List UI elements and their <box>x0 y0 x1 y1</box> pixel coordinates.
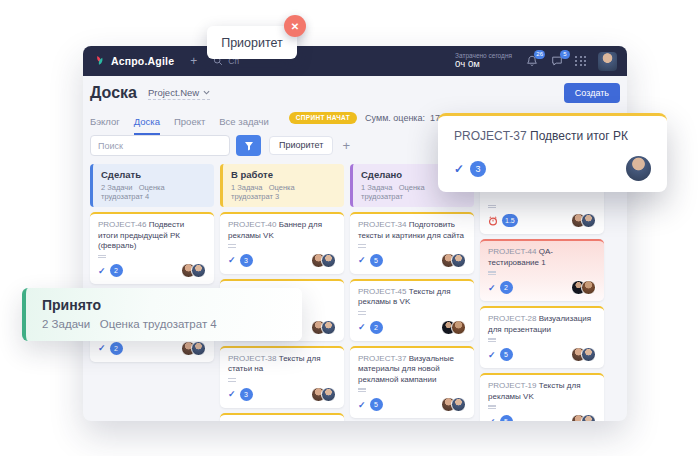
task-card[interactable]: PROJECT-40 Баннер для рекламы VK✓3 <box>220 212 344 274</box>
messages-button[interactable]: 5 <box>550 54 564 68</box>
description-lines-icon <box>488 205 596 209</box>
task-card-title: PROJECT-38 Тексты для статьи на <box>228 354 336 375</box>
estimate-badge: 5 <box>500 415 513 421</box>
avatar <box>581 347 596 362</box>
assignee-avatars <box>571 347 596 362</box>
description-lines-icon <box>358 388 466 392</box>
accepted-column-overlay: Принято 2 Задачи Оценка трудозатрат 4 <box>22 288 302 341</box>
assignee-avatars <box>441 397 466 412</box>
tab-бэклог[interactable]: Бэклог <box>90 116 120 135</box>
popup-task-text: Подвести итог РК <box>530 129 628 143</box>
user-avatar[interactable] <box>598 52 617 71</box>
tab-проект[interactable]: Проект <box>174 116 205 135</box>
filter-button[interactable] <box>236 135 261 156</box>
task-card-title: PROJECT-44 QA-тестирование 1 <box>488 247 596 268</box>
add-task-icon[interactable]: + <box>190 54 197 68</box>
notifications-button[interactable]: 26 <box>525 54 539 68</box>
done-check-icon: ✓ <box>228 389 236 399</box>
kanban-column: Сделано1 Задача Оценка трудозатратPROJEC… <box>350 164 474 421</box>
popup-assignee-avatar <box>626 156 651 181</box>
column-subtitle: 2 Задачи Оценка трудозатрат 4 <box>101 183 206 201</box>
task-card[interactable]: теории✓3 <box>220 413 344 421</box>
task-card-title: PROJECT-45 Тексты для рекламы в VK <box>358 287 466 308</box>
task-key: PROJECT-34 <box>358 220 409 229</box>
task-card[interactable]: PROJECT-45 Тексты для рекламы в VK✓2 <box>350 279 474 341</box>
task-key: PROJECT-40 <box>228 220 279 229</box>
avatar <box>321 320 336 335</box>
tab-все-задачи[interactable]: Все задачи <box>219 116 269 135</box>
done-check-icon: ✓ <box>228 255 236 265</box>
task-card-title: PROJECT-34 Подготовить тексты и картинки… <box>358 220 466 241</box>
avatar <box>191 341 206 356</box>
avatar <box>321 253 336 268</box>
avatar <box>191 263 206 278</box>
column-subtitle: 1 Задача Оценка трудозатрат 3 <box>231 183 336 201</box>
priority-filter-chip[interactable]: Приоритет <box>269 136 333 155</box>
avatar <box>581 414 596 421</box>
estimate-badge: 1.5 <box>502 214 518 227</box>
estimate-badge: 3 <box>240 254 253 267</box>
project-selector[interactable]: Project.New <box>148 87 210 100</box>
column-header: Сделать2 Задачи Оценка трудозатрат 4 <box>90 164 214 207</box>
task-detail-popup[interactable]: PROJECT-37 Подвести итог РК ✓ 3 <box>438 113 667 192</box>
add-filter-icon[interactable]: + <box>342 138 350 153</box>
popup-task-key: PROJECT-37 <box>454 129 527 143</box>
assignee-avatars <box>571 213 596 228</box>
assignee-avatars <box>571 414 596 421</box>
estimate-badge: 2 <box>110 264 123 277</box>
popup-estimate-badge: 3 <box>470 161 486 177</box>
task-card-title: PROJECT-46 Подвести итоги предыдущей РК … <box>98 220 206 252</box>
estimate-badge: 5 <box>370 398 383 411</box>
done-check-icon: ✓ <box>488 417 496 421</box>
apps-grid-icon[interactable] <box>575 56 587 66</box>
app-logo[interactable]: Аспро.Agile <box>93 55 174 68</box>
task-card[interactable]: PROJECT-44 QA-тестирование 1✓2 <box>480 239 604 301</box>
task-card-title: PROJECT-40 Баннер для рекламы VK <box>228 220 336 241</box>
tab-доска[interactable]: Доска <box>134 116 160 135</box>
task-key: PROJECT-45 <box>358 287 409 296</box>
search-input[interactable] <box>90 135 230 156</box>
description-lines-icon <box>488 271 596 275</box>
priority-tooltip: Приоритет <box>207 26 297 59</box>
task-card[interactable]: PROJECT-28 Визуализация для презентации✓… <box>480 306 604 368</box>
popup-task-title: PROJECT-37 Подвести итог РК <box>454 129 651 143</box>
funnel-icon <box>244 141 254 151</box>
assignee-avatars <box>311 387 336 402</box>
close-icon[interactable]: ✕ <box>284 15 306 37</box>
top-navbar: Аспро.Agile + Сп Затрачено сегодня 0ч 0м <box>83 46 627 76</box>
estimate-badge: 5 <box>370 254 383 267</box>
task-card[interactable]: PROJECT-34 Подготовить тексты и картинки… <box>350 212 474 274</box>
assignee-avatars <box>571 280 596 295</box>
done-check-icon: ✓ <box>98 266 106 276</box>
task-card[interactable]: PROJECT-19 Тексты для рекламы VK✓5 <box>480 373 604 421</box>
done-check-icon: ✓ <box>488 283 496 293</box>
assignee-avatars <box>311 253 336 268</box>
task-card[interactable]: PROJECT-38 Тексты для статьи на✓3 <box>220 346 344 408</box>
page-title: Доска <box>90 84 137 102</box>
brand-name: Аспро.Agile <box>111 55 174 67</box>
task-card[interactable]: PROJECT-37 Визуальные материалы для ново… <box>350 346 474 418</box>
notifications-badge: 26 <box>534 50 545 59</box>
done-check-icon: ✓ <box>358 322 366 332</box>
task-key: PROJECT-44 <box>488 247 539 256</box>
done-check-icon: ✓ <box>358 400 366 410</box>
project-selector-value: Project.New <box>148 87 199 98</box>
kanban-column: 1.5PROJECT-44 QA-тестирование 1✓2PROJECT… <box>480 164 604 421</box>
popup-check-icon: ✓ <box>454 162 464 176</box>
avatar <box>451 397 466 412</box>
done-check-icon: ✓ <box>358 255 366 265</box>
task-key: PROJECT-19 <box>488 381 539 390</box>
task-card[interactable]: PROJECT-46 Подвести итоги предыдущей РК … <box>90 212 214 284</box>
brand-flame-icon <box>93 55 106 68</box>
chevron-down-icon <box>203 89 210 96</box>
sprint-status-badge: СПРИНТ НАЧАТ <box>289 112 357 124</box>
app-window: Аспро.Agile + Сп Затрачено сегодня 0ч 0м <box>83 46 627 421</box>
description-lines-icon <box>228 378 336 382</box>
avatar <box>451 320 466 335</box>
time-tracker: Затрачено сегодня 0ч 0м <box>455 52 512 70</box>
estimate-badge: 5 <box>500 348 513 361</box>
description-lines-icon <box>488 338 596 342</box>
stage: Аспро.Agile + Сп Затрачено сегодня 0ч 0м <box>0 0 700 456</box>
done-check-icon: ✓ <box>98 343 106 353</box>
create-button[interactable]: Создать <box>564 83 620 103</box>
